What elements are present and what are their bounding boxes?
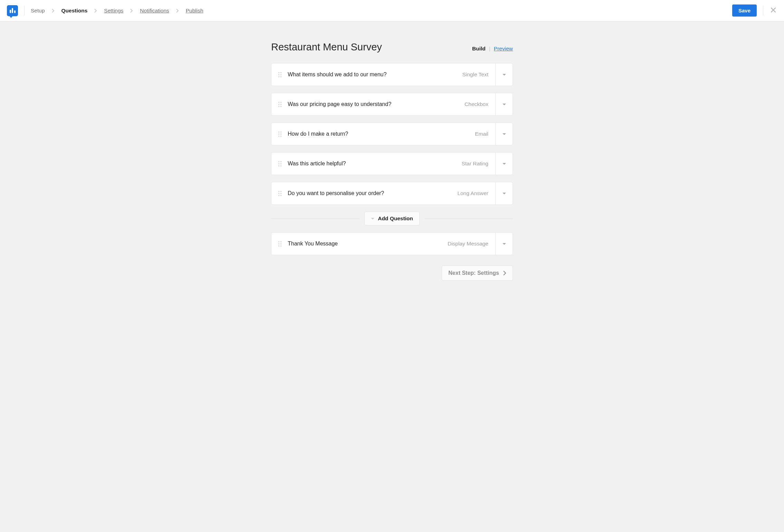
chevron-down-icon [371, 218, 374, 220]
question-text: Thank You Message [288, 241, 441, 247]
chevron-right-icon [52, 9, 55, 13]
chevron-down-icon [503, 74, 506, 76]
question-text: Was our pricing page easy to understand? [288, 101, 458, 107]
question-type: Checkbox [465, 101, 488, 107]
chevron-down-icon [503, 163, 506, 165]
drag-handle-icon[interactable] [278, 241, 281, 246]
drag-handle-icon[interactable] [278, 72, 281, 77]
chevron-right-icon [503, 271, 506, 275]
nav-notifications[interactable]: Notifications [140, 8, 169, 14]
tab-build[interactable]: Build [472, 46, 486, 52]
footer: Next Step: Settings [271, 265, 513, 281]
chevron-down-icon [503, 133, 506, 135]
expand-toggle[interactable] [495, 123, 513, 145]
question-row[interactable]: What items should we add to our menu? Si… [271, 63, 513, 86]
next-step-label: Next Step: Settings [448, 270, 499, 276]
chevron-right-icon [176, 9, 179, 13]
question-text: How do I make a return? [288, 131, 469, 137]
divider [24, 6, 25, 16]
divider [424, 219, 513, 219]
next-step-button[interactable]: Next Step: Settings [442, 265, 513, 281]
expand-toggle[interactable] [495, 64, 513, 86]
expand-toggle[interactable] [495, 153, 513, 175]
save-button[interactable]: Save [732, 4, 757, 17]
nav-settings[interactable]: Settings [104, 8, 123, 14]
breadcrumb: Setup Questions Settings Notifications P… [31, 8, 726, 14]
add-question-row: Add Question [271, 212, 513, 225]
page-header: Restaurant Menu Survey Build | Preview [271, 41, 513, 53]
main-content: Restaurant Menu Survey Build | Preview W… [271, 21, 513, 294]
chevron-right-icon [130, 9, 133, 13]
app-logo-icon[interactable] [7, 5, 18, 16]
nav-setup[interactable]: Setup [31, 8, 45, 14]
drag-handle-icon[interactable] [278, 161, 281, 166]
question-type: Long Answer [457, 190, 488, 196]
chevron-down-icon [503, 193, 506, 194]
expand-toggle[interactable] [495, 233, 513, 255]
add-question-label: Add Question [378, 215, 413, 222]
expand-toggle[interactable] [495, 182, 513, 204]
thankyou-row[interactable]: Thank You Message Display Message [271, 232, 513, 255]
divider [763, 6, 763, 16]
drag-handle-icon[interactable] [278, 132, 281, 137]
question-text: Was this article helpful? [288, 161, 455, 167]
question-type: Single Text [462, 71, 488, 78]
question-row[interactable]: Was our pricing page easy to understand?… [271, 93, 513, 116]
question-row[interactable]: Was this article helpful? Star Rating [271, 152, 513, 175]
question-type: Star Rating [461, 161, 488, 167]
question-type: Email [475, 131, 488, 137]
mode-toggle: Build | Preview [472, 46, 513, 52]
drag-handle-icon[interactable] [278, 102, 281, 107]
top-bar: Setup Questions Settings Notifications P… [0, 0, 784, 21]
page-title: Restaurant Menu Survey [271, 41, 382, 53]
divider: | [489, 46, 490, 52]
chevron-down-icon [503, 104, 506, 105]
add-question-button[interactable]: Add Question [364, 212, 420, 225]
chevron-down-icon [503, 243, 506, 245]
question-row[interactable]: How do I make a return? Email [271, 123, 513, 145]
expand-toggle[interactable] [495, 93, 513, 115]
question-type: Display Message [448, 241, 488, 247]
tab-preview[interactable]: Preview [494, 46, 513, 52]
close-icon[interactable] [769, 6, 777, 15]
nav-questions[interactable]: Questions [61, 8, 88, 14]
question-row[interactable]: Do you want to personalise your order? L… [271, 182, 513, 205]
drag-handle-icon[interactable] [278, 191, 281, 196]
question-text: What items should we add to our menu? [288, 71, 456, 78]
chevron-right-icon [94, 9, 97, 13]
divider [271, 219, 360, 219]
question-text: Do you want to personalise your order? [288, 190, 451, 196]
nav-publish[interactable]: Publish [186, 8, 203, 14]
